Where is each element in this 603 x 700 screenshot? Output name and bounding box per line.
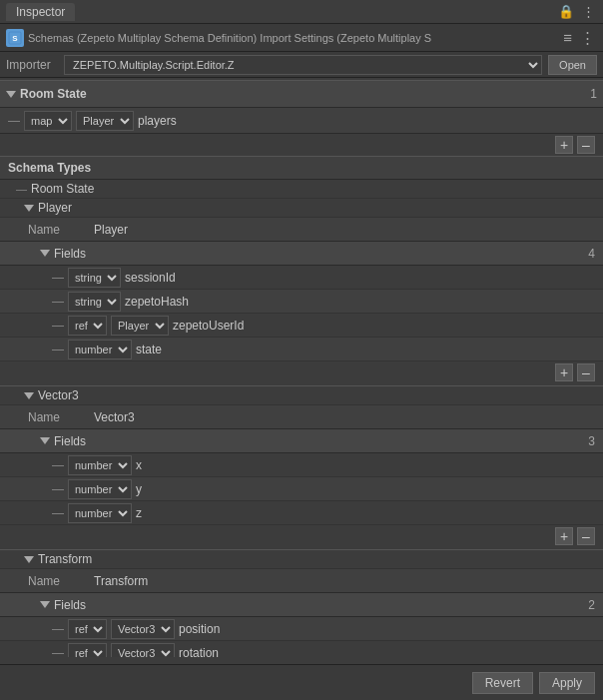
tr0-type-select[interactable]: ref <box>68 619 107 639</box>
f3-name: state <box>136 343 162 356</box>
player-tree-item: Player <box>0 199 603 218</box>
transform-name-row: Name Transform <box>0 569 603 593</box>
v2-type-select[interactable]: number <box>68 503 132 523</box>
vector3-add-button[interactable]: + <box>555 527 573 545</box>
vector3-expand-icon[interactable] <box>24 392 34 399</box>
transform-fields-count: 2 <box>588 598 595 612</box>
vector3-fields-count: 3 <box>588 434 595 448</box>
v1-name: y <box>136 482 142 496</box>
player-field-0: — string sessionId <box>0 266 603 290</box>
transform-fields-label: Fields <box>54 598 86 612</box>
v0-type-select[interactable]: number <box>68 455 132 475</box>
schema-types-header: Schema Types <box>0 156 603 180</box>
v0-dash: — <box>52 458 64 472</box>
room-state-tree-item: — Room State <box>0 180 603 199</box>
vector3-name-row: Name Vector3 <box>0 405 603 429</box>
room-state-add-remove: + – <box>0 134 603 156</box>
tr-field-1: — ref Vector3 rotation <box>0 641 603 657</box>
room-state-remove-button[interactable]: – <box>577 136 595 154</box>
map-row: — map Player players <box>0 108 603 134</box>
tr1-ref-select[interactable]: Vector3 <box>111 643 175 658</box>
f2-dash: — <box>52 319 64 333</box>
transform-name-value: Transform <box>94 574 148 588</box>
player-remove-button[interactable]: – <box>577 363 595 381</box>
menu-icon[interactable]: ⋮ <box>580 4 597 19</box>
f1-name: zepetoHash <box>125 295 189 309</box>
transform-fields-header: Fields 2 <box>0 593 603 617</box>
transform-expand-icon[interactable] <box>24 556 34 563</box>
f0-type-select[interactable]: string <box>68 268 121 288</box>
v1-type-select[interactable]: number <box>68 479 132 499</box>
room-state-title: Room State <box>20 87 87 101</box>
tr1-name: rotation <box>179 646 219 658</box>
importer-select[interactable]: ZEPETO.Multiplay.Script.Editor.Z <box>64 55 542 75</box>
f2-type-select[interactable]: ref <box>68 316 107 336</box>
player-field-2: — ref Player zepetoUserId <box>0 314 603 338</box>
player-name-label: Name <box>28 223 88 237</box>
vector3-name-label: Name <box>28 410 88 424</box>
breadcrumb: S Schemas (Zepeto Multiplay Schema Defin… <box>0 24 603 52</box>
vector3-remove-button[interactable]: – <box>577 527 595 545</box>
player-fields-expand-icon[interactable] <box>40 250 50 257</box>
player-add-remove: + – <box>0 361 603 383</box>
transform-fields-expand-icon[interactable] <box>40 601 50 608</box>
player-field-1: — string zepetoHash <box>0 290 603 314</box>
room-state-section: Room State 1 <box>0 80 603 108</box>
f1-type-select[interactable]: string <box>68 292 121 312</box>
bottom-bar: Revert Apply <box>0 664 603 700</box>
f2-ref-select[interactable]: Player <box>111 316 169 336</box>
map-dash-icon: — <box>8 114 20 128</box>
player-name-row: Name Player <box>0 218 603 242</box>
breadcrumb-text: Schemas (Zepeto Multiplay Schema Definit… <box>28 32 557 44</box>
v3-field-1: — number y <box>0 477 603 501</box>
transform-label: Transform <box>38 552 92 566</box>
map-type-select[interactable]: map <box>24 111 72 131</box>
title-bar: Inspector 🔒 ⋮ <box>0 0 603 24</box>
lock-icon[interactable]: 🔒 <box>556 4 576 19</box>
map-field-name: players <box>138 114 177 128</box>
f0-dash: — <box>52 271 64 285</box>
tr1-dash: — <box>52 646 64 658</box>
vector3-fields-expand-icon[interactable] <box>40 437 50 444</box>
tr0-name: position <box>179 622 220 636</box>
revert-button[interactable]: Revert <box>472 672 533 694</box>
room-state-label: Room State <box>31 182 94 196</box>
player-name-value: Player <box>94 223 128 237</box>
player-fields-header: Fields 4 <box>0 242 603 266</box>
vector3-add-remove: + – <box>0 525 603 547</box>
schema-icon: S <box>6 29 24 47</box>
more-icon[interactable]: ⋮ <box>578 29 597 47</box>
inspector-tab-label: Inspector <box>16 5 65 19</box>
tr1-type-select[interactable]: ref <box>68 643 107 658</box>
tr0-ref-select[interactable]: Vector3 <box>111 619 175 639</box>
settings-icon[interactable]: ≡ <box>561 29 574 47</box>
player-expand-icon[interactable] <box>24 205 34 212</box>
room-state-add-button[interactable]: + <box>555 136 573 154</box>
open-button[interactable]: Open <box>548 55 597 75</box>
vector3-fields-header: Fields 3 <box>0 429 603 453</box>
player-label: Player <box>38 201 72 215</box>
vector3-tree-item: Vector3 <box>0 385 603 405</box>
tr0-dash: — <box>52 622 64 636</box>
vector3-name-value: Vector3 <box>94 410 135 424</box>
f2-name: zepetoUserId <box>173 319 244 333</box>
f3-type-select[interactable]: number <box>68 340 132 359</box>
player-fields-label: Fields <box>54 247 86 261</box>
importer-label: Importer <box>6 58 58 72</box>
player-fields-count: 4 <box>588 247 595 261</box>
transform-tree-item: Transform <box>0 549 603 569</box>
main-content: Room State 1 — map Player players + – Sc… <box>0 78 603 657</box>
tr-field-0: — ref Vector3 position <box>0 617 603 641</box>
f1-dash: — <box>52 295 64 309</box>
map-value-type-select[interactable]: Player <box>76 111 134 131</box>
player-add-button[interactable]: + <box>555 363 573 381</box>
v2-name: z <box>136 506 142 520</box>
inspector-tab[interactable]: Inspector <box>6 3 75 21</box>
room-state-expand-icon[interactable] <box>6 91 16 98</box>
transform-name-label: Name <box>28 574 88 588</box>
v1-dash: — <box>52 482 64 496</box>
vector3-fields-label: Fields <box>54 434 86 448</box>
v3-field-2: — number z <box>0 501 603 525</box>
apply-button[interactable]: Apply <box>539 672 595 694</box>
room-state-count: 1 <box>590 87 597 101</box>
